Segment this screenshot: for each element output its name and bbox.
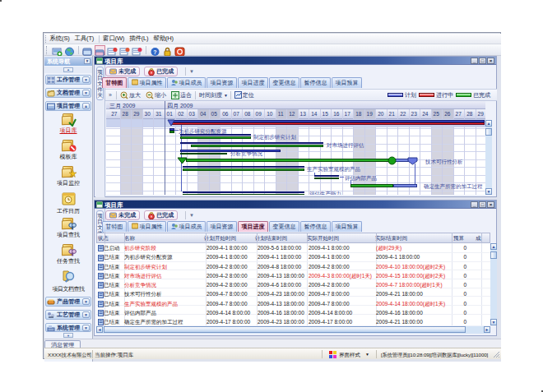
svg-text:?: ? xyxy=(153,48,156,54)
